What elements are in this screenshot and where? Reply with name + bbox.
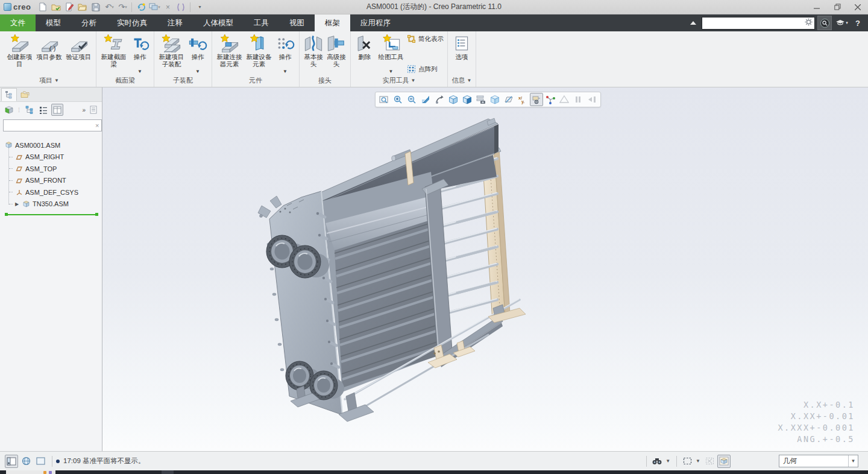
command-search-input[interactable] xyxy=(702,18,805,28)
dropdown-arrow: ▼ xyxy=(389,68,394,75)
tab-tools[interactable]: 工具 xyxy=(244,14,279,31)
tab-manikin[interactable]: 人体模型 xyxy=(193,14,244,31)
save-button[interactable] xyxy=(90,1,102,13)
fullscreen-button[interactable] xyxy=(34,455,47,468)
tab-analysis[interactable]: 分析 xyxy=(71,14,107,31)
section-beam-operations-button[interactable]: 操作 ▼ xyxy=(128,33,151,75)
tree-root-row[interactable]: ASM0001.ASM xyxy=(5,139,101,151)
group-label-utilities[interactable]: 实用工具▼ xyxy=(353,75,445,87)
simplified-rep-button[interactable]: 简化表示 xyxy=(407,34,444,43)
zoom-in-button[interactable] xyxy=(391,93,404,106)
tree-item-asm-top[interactable]: ASM_TOP xyxy=(13,163,101,175)
search-settings-gear-icon[interactable] xyxy=(805,18,813,28)
delete-button[interactable]: 删除 xyxy=(353,33,376,68)
regenerate-button[interactable] xyxy=(135,1,147,13)
view-manager-button[interactable] xyxy=(488,93,502,106)
selection-filter-combobox[interactable]: 几何 ▼ xyxy=(779,455,858,467)
collapse-ribbon-button[interactable] xyxy=(687,17,699,29)
customize-qat-button[interactable]: ▾ xyxy=(193,1,206,13)
subassembly-operations-button[interactable]: 操作 ▼ xyxy=(186,33,209,75)
project-params-button[interactable]: ( ) 项目参数 xyxy=(34,33,64,68)
graphics-display-options-button[interactable] xyxy=(530,93,543,106)
open-session-button[interactable] xyxy=(50,1,62,13)
windows-button[interactable]: ▾ xyxy=(148,1,160,13)
select-inside-button[interactable] xyxy=(703,455,716,468)
advanced-joint-button[interactable]: 高级接头 xyxy=(325,33,348,68)
plate-heat-exchanger-model[interactable] xyxy=(102,87,868,451)
tree-filters-button[interactable] xyxy=(24,104,36,116)
search-button[interactable] xyxy=(817,16,832,30)
saved-orientations-button[interactable] xyxy=(433,93,446,106)
group-label-project[interactable]: 项目▼ xyxy=(5,75,93,87)
restore-button[interactable] xyxy=(827,0,848,14)
find-button[interactable] xyxy=(650,455,664,468)
tree-filter-input[interactable] xyxy=(4,122,93,129)
learning-connector-button[interactable]: ▾ xyxy=(834,17,850,29)
find-dropdown-arrow[interactable]: ▼ xyxy=(665,458,670,464)
expander-icon[interactable]: ▶ xyxy=(15,201,20,207)
dot-pattern-button[interactable]: 点阵列 xyxy=(407,65,444,74)
tab-framework[interactable]: 框架 xyxy=(315,14,350,31)
options-button[interactable]: 选项 xyxy=(450,33,473,68)
spin-center-button[interactable] xyxy=(544,93,557,106)
tab-file[interactable]: 文件 xyxy=(0,14,36,31)
open-file-button[interactable] xyxy=(77,1,89,13)
tab-view[interactable]: 视图 xyxy=(279,14,315,31)
exit-button[interactable] xyxy=(585,93,599,106)
zoom-out-button[interactable] xyxy=(405,93,418,106)
new-connector-element-button[interactable]: 新建连接器元素 xyxy=(215,33,244,68)
close-window-button[interactable]: × xyxy=(162,1,174,13)
graphics-viewport[interactable]: x/y. X.X+-0.1 X.XX+-0.01 X.XXX+-0.001 AN… xyxy=(102,87,868,451)
clear-filter-icon[interactable]: × xyxy=(93,122,101,129)
selection-box-button[interactable] xyxy=(681,455,694,468)
display-style-button[interactable] xyxy=(447,93,460,106)
perspective-button[interactable] xyxy=(558,93,571,106)
create-project-button[interactable]: 创建新项目 xyxy=(5,33,34,68)
tab-applications[interactable]: 应用程序 xyxy=(350,14,401,31)
tab-model[interactable]: 模型 xyxy=(36,14,71,31)
folder-browser-tab[interactable] xyxy=(17,88,33,101)
more-tools-chevron[interactable]: » xyxy=(82,107,86,113)
help-button[interactable]: ? xyxy=(852,17,863,29)
tab-annotate[interactable]: 注释 xyxy=(157,14,193,31)
tree-item-tn350[interactable]: ▶ TN350.ASM xyxy=(13,198,101,210)
undo-button[interactable]: ↶▾ xyxy=(103,1,115,13)
toggle-navigator-button[interactable] xyxy=(5,455,18,468)
basic-joint-button[interactable]: 基本接头 xyxy=(302,33,325,68)
edit-button[interactable] xyxy=(63,1,75,13)
selection-filter-dropdown[interactable]: ▼ xyxy=(848,455,858,467)
group-label-info[interactable]: 信息▼ xyxy=(450,75,473,87)
navigator-tabs xyxy=(0,87,102,102)
refit-button[interactable] xyxy=(419,93,432,106)
web-browser-button[interactable] xyxy=(19,455,33,468)
insert-here-locator[interactable] xyxy=(5,214,98,215)
3d-box-select-button[interactable] xyxy=(717,455,731,468)
tree-settings-button[interactable] xyxy=(87,104,99,116)
new-equipment-element-button[interactable]: 新建设备元素 xyxy=(244,33,274,68)
tab-live-simulation[interactable]: 实时仿真 xyxy=(107,14,157,31)
drawing-tools-button[interactable]: 绘图工具 ▼ xyxy=(376,33,406,75)
tree-list-button[interactable] xyxy=(37,104,49,116)
model-tree-tab[interactable] xyxy=(1,88,17,101)
tree-columns-button[interactable] xyxy=(51,104,63,116)
new-section-beam-button[interactable]: 新建截面梁 xyxy=(99,33,128,68)
verify-project-button[interactable]: 验证项目 xyxy=(64,33,93,68)
show-button[interactable] xyxy=(2,104,14,116)
redo-button[interactable]: ↷▾ xyxy=(116,1,128,13)
component-operations-button[interactable]: 操作 ▼ xyxy=(274,33,297,75)
zoom-region-button[interactable] xyxy=(377,93,391,106)
new-project-subassembly-button[interactable]: 新建项目子装配 xyxy=(157,33,186,68)
tree-item-asm-front[interactable]: ASM_FRONT xyxy=(13,175,101,187)
tree-item-asm-right[interactable]: ASM_RIGHT xyxy=(13,151,101,163)
section-view-button[interactable] xyxy=(461,93,474,106)
tree-item-asm-def-csys[interactable]: ASM_DEF_CSYS xyxy=(13,186,101,198)
close-button[interactable] xyxy=(848,0,868,14)
annotation-display-button[interactable]: x/y. xyxy=(516,93,529,106)
datum-display-button[interactable] xyxy=(502,93,515,106)
named-views-button[interactable] xyxy=(474,93,488,106)
new-file-button[interactable] xyxy=(37,1,49,13)
minimize-button[interactable] xyxy=(807,0,827,14)
split-view-button[interactable] xyxy=(175,1,187,13)
selection-dropdown-arrow[interactable]: ▼ xyxy=(696,458,700,464)
pause-button[interactable] xyxy=(571,93,585,106)
